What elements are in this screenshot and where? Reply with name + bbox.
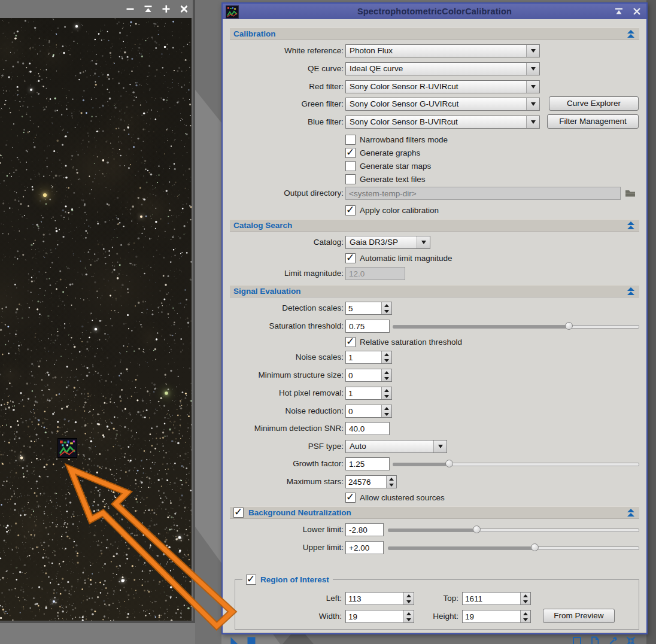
noise-scales-spinbox[interactable] xyxy=(345,351,392,364)
image-window-titlebar[interactable] xyxy=(0,0,193,18)
spin-down-icon[interactable] xyxy=(521,599,530,604)
spin-up-icon[interactable] xyxy=(382,351,391,357)
spin-down-icon[interactable] xyxy=(521,616,530,622)
spcc-process-instance-icon[interactable] xyxy=(57,438,77,458)
roi-enable-checkbox[interactable] xyxy=(246,575,256,585)
detection-scales-input[interactable] xyxy=(346,302,381,314)
generate-star-maps-checkbox-row[interactable]: Generate star maps xyxy=(345,160,431,171)
spin-up-icon[interactable] xyxy=(387,476,396,482)
spin-up-icon[interactable] xyxy=(382,369,391,375)
qe-curve-combobox[interactable]: Ideal QE curve xyxy=(345,62,540,75)
collapse-section-icon[interactable] xyxy=(626,221,636,230)
spin-down-icon[interactable] xyxy=(382,357,391,363)
narrowband-filters-checkbox-row[interactable]: Narrowband filters mode xyxy=(345,134,448,145)
checkbox[interactable] xyxy=(345,174,356,184)
output-directory-input[interactable] xyxy=(345,187,621,200)
psf-type-combobox[interactable]: Auto xyxy=(345,440,447,453)
blue-filter-combobox[interactable]: Sony Color Sensor B-UVIRcut xyxy=(345,116,540,129)
maximum-stars-input[interactable] xyxy=(346,476,386,488)
lower-limit-slider[interactable] xyxy=(388,523,639,536)
catalog-combobox[interactable]: Gaia DR3/SP xyxy=(345,236,430,249)
growth-factor-input[interactable] xyxy=(345,457,390,470)
from-preview-button[interactable]: From Preview xyxy=(543,609,615,623)
documentation-icon[interactable] xyxy=(590,636,600,644)
hot-pixel-removal-spinbox[interactable] xyxy=(345,387,392,400)
roi-height-input[interactable] xyxy=(463,610,520,622)
spin-down-icon[interactable] xyxy=(382,308,391,314)
collapse-section-icon[interactable] xyxy=(626,509,636,517)
filter-management-button[interactable]: Filter Management xyxy=(547,114,639,129)
green-filter-combobox[interactable]: Sony Color Sensor G-UVIRcut xyxy=(345,98,540,111)
spin-up-icon[interactable] xyxy=(382,387,391,393)
section-header-background-neutralization[interactable]: Background Neutralization xyxy=(230,506,639,519)
upper-limit-slider[interactable] xyxy=(388,541,639,554)
spin-up-icon[interactable] xyxy=(521,610,530,616)
checkbox[interactable] xyxy=(345,148,356,158)
red-filter-combobox[interactable]: Sony Color Sensor R-UVIRcut xyxy=(345,80,540,93)
noise-scales-input[interactable] xyxy=(346,351,381,363)
roi-top-spinbox[interactable] xyxy=(462,592,531,605)
spin-up-icon[interactable] xyxy=(382,302,391,308)
spin-down-icon[interactable] xyxy=(382,393,391,399)
folder-select-icon[interactable] xyxy=(625,188,636,199)
checkbox[interactable] xyxy=(345,493,356,503)
apply-icon[interactable] xyxy=(247,636,256,644)
minimum-structure-size-spinbox[interactable] xyxy=(345,369,392,382)
chevron-down-icon[interactable] xyxy=(526,81,539,93)
region-of-interest-legend[interactable]: Region of Interest xyxy=(242,575,333,585)
noise-reduction-input[interactable] xyxy=(346,405,381,417)
white-reference-combobox[interactable]: Photon Flux xyxy=(345,44,540,57)
shade-window-icon[interactable] xyxy=(143,4,153,14)
close-icon[interactable] xyxy=(179,4,189,14)
slider-thumb[interactable] xyxy=(473,525,481,533)
spin-up-icon[interactable] xyxy=(521,593,530,599)
automatic-limit-magnitude-checkbox-row[interactable]: Automatic limit magnitude xyxy=(345,253,452,263)
image-view-starfield[interactable] xyxy=(0,18,192,621)
section-header-calibration[interactable]: Calibration xyxy=(230,28,639,40)
section-header-catalog-search[interactable]: Catalog Search xyxy=(230,219,639,232)
chevron-down-icon[interactable] xyxy=(417,236,430,248)
chevron-down-icon[interactable] xyxy=(526,63,539,75)
saturation-threshold-input[interactable] xyxy=(345,320,390,333)
limit-magnitude-input[interactable] xyxy=(345,267,405,280)
minimum-structure-size-input[interactable] xyxy=(346,369,381,381)
close-icon[interactable] xyxy=(632,7,642,16)
reset-icon[interactable] xyxy=(626,636,636,644)
maximum-stars-spinbox[interactable] xyxy=(345,475,397,488)
chevron-down-icon[interactable] xyxy=(526,45,539,57)
minimum-detection-snr-input[interactable] xyxy=(345,422,390,435)
apply-color-calibration-checkbox-row[interactable]: Apply color calibration xyxy=(345,205,439,215)
spin-up-icon[interactable] xyxy=(382,405,391,411)
noise-reduction-spinbox[interactable] xyxy=(345,405,392,418)
collapse-section-icon[interactable] xyxy=(626,287,636,296)
saturation-threshold-slider[interactable] xyxy=(393,320,639,333)
spin-down-icon[interactable] xyxy=(387,482,396,488)
hot-pixel-removal-input[interactable] xyxy=(346,387,381,399)
roi-top-input[interactable] xyxy=(463,593,520,604)
generate-text-files-checkbox-row[interactable]: Generate text files xyxy=(345,174,426,184)
spin-down-icon[interactable] xyxy=(382,411,391,417)
allow-clustered-sources-checkbox-row[interactable]: Allow clustered sources xyxy=(345,492,445,503)
section-header-signal-evaluation[interactable]: Signal Evaluation xyxy=(230,285,639,297)
slider-thumb[interactable] xyxy=(531,543,539,551)
checkbox[interactable] xyxy=(345,253,356,263)
shade-window-icon[interactable] xyxy=(614,7,624,16)
checkbox[interactable] xyxy=(345,337,356,347)
checkbox[interactable] xyxy=(345,205,356,215)
curve-explorer-button[interactable]: Curve Explorer xyxy=(549,96,639,111)
preferences-wrench-icon[interactable] xyxy=(608,636,618,644)
section-enable-checkbox[interactable] xyxy=(233,508,244,518)
realtime-preview-icon[interactable] xyxy=(572,636,582,644)
spin-down-icon[interactable] xyxy=(382,375,391,381)
collapse-section-icon[interactable] xyxy=(626,30,636,38)
chevron-down-icon[interactable] xyxy=(526,116,539,128)
checkbox[interactable] xyxy=(345,135,356,145)
chevron-down-icon[interactable] xyxy=(433,441,447,452)
slider-thumb[interactable] xyxy=(445,460,453,467)
minimize-icon[interactable] xyxy=(125,4,135,14)
checkbox[interactable] xyxy=(345,161,356,171)
upper-limit-input[interactable] xyxy=(345,541,384,554)
growth-factor-slider[interactable] xyxy=(393,457,639,470)
detection-scales-spinbox[interactable] xyxy=(345,302,392,315)
relative-saturation-checkbox-row[interactable]: Relative saturation threshold xyxy=(345,336,462,347)
